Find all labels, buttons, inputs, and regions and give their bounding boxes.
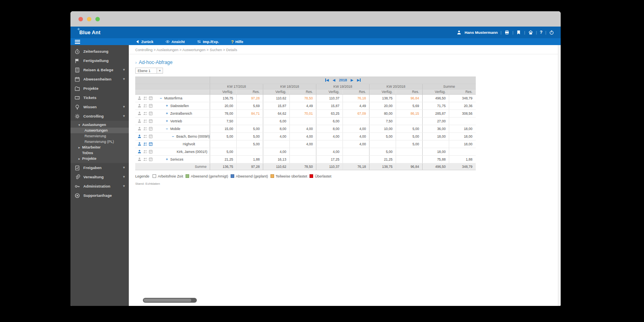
calendar-icon[interactable] bbox=[149, 157, 153, 161]
submenu-marker-icon: ▸ bbox=[78, 157, 82, 161]
sidebar-subitem-auslastungen[interactable]: ▾Auslastungen bbox=[70, 122, 129, 128]
chevron-down-icon[interactable]: ▼ bbox=[157, 68, 163, 73]
previous-page-button[interactable]: ◀ bbox=[332, 78, 335, 82]
sidebar-item-label: Tickets bbox=[83, 95, 126, 100]
expand-icon[interactable]: + bbox=[166, 157, 170, 161]
calendar-icon[interactable] bbox=[149, 111, 153, 116]
expand-icon[interactable]: + bbox=[166, 104, 170, 108]
value-cell: 4,49 bbox=[290, 102, 316, 109]
user-icon[interactable] bbox=[137, 119, 142, 123]
row-label-cell[interactable]: −Mobile bbox=[157, 125, 210, 132]
user-group-icon[interactable] bbox=[143, 103, 147, 108]
printer-icon[interactable] bbox=[504, 30, 510, 35]
value-cell: 20,00 bbox=[369, 102, 396, 109]
sidebar-item-zeiterfassung[interactable]: Zeiterfassung bbox=[70, 47, 129, 56]
sidebar-horizontal-scrollbar[interactable] bbox=[143, 298, 197, 303]
toolbar-button-hilfe[interactable]: ?Hilfe bbox=[231, 39, 243, 44]
user-icon[interactable] bbox=[137, 96, 142, 100]
value-cell: 5,00 bbox=[369, 132, 396, 140]
first-page-button[interactable]: ◀ bbox=[325, 78, 329, 82]
legend-item: Abwesend (geplant) bbox=[231, 174, 268, 178]
value-cell: 6,00 bbox=[316, 117, 343, 125]
sidebar-item-label: Controlling bbox=[83, 114, 122, 118]
sidebar-item-abwesenheiten[interactable]: Abwesenheiten▼ bbox=[70, 74, 129, 84]
column-group-header: KW 17/2018 bbox=[210, 84, 263, 89]
user-group-icon[interactable] bbox=[143, 119, 147, 123]
window-close-button[interactable] bbox=[78, 17, 83, 21]
user-icon[interactable] bbox=[137, 157, 142, 161]
user-name[interactable]: Hans Mustermann bbox=[464, 30, 497, 35]
collapse-icon[interactable]: − bbox=[166, 127, 170, 131]
value-cell: 4,00 bbox=[290, 132, 316, 140]
user-group-icon[interactable] bbox=[143, 157, 147, 161]
sidebar-item-controlling[interactable]: Controlling▼ bbox=[70, 111, 129, 121]
user-group-icon[interactable] bbox=[143, 96, 147, 100]
collapse-icon[interactable]: − bbox=[172, 134, 176, 138]
window-minimize-button[interactable] bbox=[87, 17, 91, 21]
calendar-icon[interactable] bbox=[149, 126, 153, 131]
row-label-cell[interactable]: +Serivces bbox=[157, 155, 210, 163]
last-page-button[interactable]: ▶ bbox=[357, 78, 361, 82]
user-icon[interactable] bbox=[137, 149, 142, 154]
next-page-button[interactable]: ▶ bbox=[351, 78, 353, 82]
collapse-icon[interactable]: − bbox=[160, 96, 164, 100]
user-group-icon[interactable] bbox=[143, 142, 147, 146]
sidebar-item-wissen[interactable]: Wissen▼ bbox=[70, 102, 129, 111]
scrollbar-thumb[interactable] bbox=[144, 299, 191, 302]
table-row: Kirk, James (0001/I)5,004,004,005,0018,0… bbox=[135, 148, 476, 155]
power-icon[interactable] bbox=[549, 30, 554, 35]
sidebar-subitem-projekte[interactable]: ▸Projekte bbox=[70, 156, 129, 161]
value-cell: 5,00 bbox=[396, 140, 423, 148]
sidebar-item-label: Verwaltung bbox=[83, 175, 122, 179]
sidebar-item-supportanfrage[interactable]: Supportanfrage bbox=[70, 191, 129, 200]
home-icon[interactable] bbox=[528, 30, 533, 35]
user-group-icon[interactable] bbox=[143, 149, 147, 154]
user-group-icon[interactable] bbox=[143, 111, 147, 116]
user-icon[interactable] bbox=[137, 126, 142, 131]
row-label-cell[interactable]: +Vertrieb bbox=[157, 117, 210, 125]
sidebar-item-freigaben[interactable]: Freigaben▼ bbox=[70, 163, 129, 172]
separator: | bbox=[512, 31, 513, 35]
bookmark-icon[interactable] bbox=[516, 30, 521, 35]
calendar-icon[interactable] bbox=[149, 134, 153, 138]
sidebar-subitem-todos[interactable]: ToDos bbox=[70, 150, 129, 156]
expand-icon[interactable]: + bbox=[166, 111, 170, 116]
help-icon[interactable]: ? bbox=[540, 30, 543, 35]
toolbar-button-ansicht[interactable]: Ansicht bbox=[165, 39, 185, 44]
sidebar-subitem-auswertungen[interactable]: Auswertungen bbox=[70, 128, 129, 133]
sidebar-item-projekte[interactable]: Projekte bbox=[70, 84, 129, 93]
calendar-icon[interactable] bbox=[149, 149, 153, 154]
expand-icon[interactable]: + bbox=[166, 119, 170, 123]
calendar-icon[interactable] bbox=[149, 96, 153, 100]
value-cell: 4,49 bbox=[343, 102, 369, 109]
level-select[interactable]: Ebene 1 ▼ bbox=[135, 68, 163, 74]
row-label-cell[interactable]: +Stabsstellen bbox=[157, 102, 210, 109]
sidebar-subitem-mitarbeiter[interactable]: ▸Mitarbeiter bbox=[70, 144, 129, 150]
sidebar-item-tickets[interactable]: Tickets bbox=[70, 93, 129, 102]
value-cell bbox=[343, 148, 369, 155]
user-icon[interactable] bbox=[137, 103, 142, 108]
row-label-cell[interactable]: −Beach, Berno (0009/I) bbox=[157, 132, 210, 140]
toolbar-button-zurck[interactable]: Zurück bbox=[135, 39, 153, 44]
user-icon[interactable] bbox=[137, 134, 142, 138]
user-group-icon[interactable] bbox=[143, 134, 147, 138]
toolbar-button-impexp[interactable]: Imp./Exp. bbox=[197, 39, 219, 44]
calendar-icon[interactable] bbox=[149, 119, 153, 123]
row-label-cell[interactable]: +Zentralbereich bbox=[157, 109, 210, 117]
vertical-scrollbar[interactable] bbox=[558, 45, 561, 306]
sidebar-item-fertigstellung[interactable]: Fertigstellung bbox=[70, 56, 129, 65]
user-group-icon[interactable] bbox=[143, 126, 147, 131]
value-cell: 20,00 bbox=[210, 102, 237, 109]
calendar-icon[interactable] bbox=[149, 103, 153, 108]
user-icon[interactable] bbox=[137, 142, 142, 146]
sidebar-item-reisenbelege[interactable]: Reisen & Belege▼ bbox=[70, 65, 129, 74]
sidebar-subitem-reservierungpl[interactable]: Reservierung (PL) bbox=[70, 139, 129, 144]
user-icon[interactable] bbox=[137, 111, 142, 116]
menu-toggle-button[interactable] bbox=[70, 40, 129, 44]
calendar-icon[interactable] bbox=[149, 142, 153, 146]
sidebar-subitem-reservierung[interactable]: Reservierung bbox=[70, 133, 129, 139]
sidebar-item-verwaltung[interactable]: Verwaltung▼ bbox=[70, 172, 129, 182]
row-label-cell[interactable]: −Musterfirma bbox=[157, 94, 210, 102]
window-zoom-button[interactable] bbox=[95, 17, 100, 21]
sidebar-item-administration[interactable]: Administration▼ bbox=[70, 182, 129, 191]
